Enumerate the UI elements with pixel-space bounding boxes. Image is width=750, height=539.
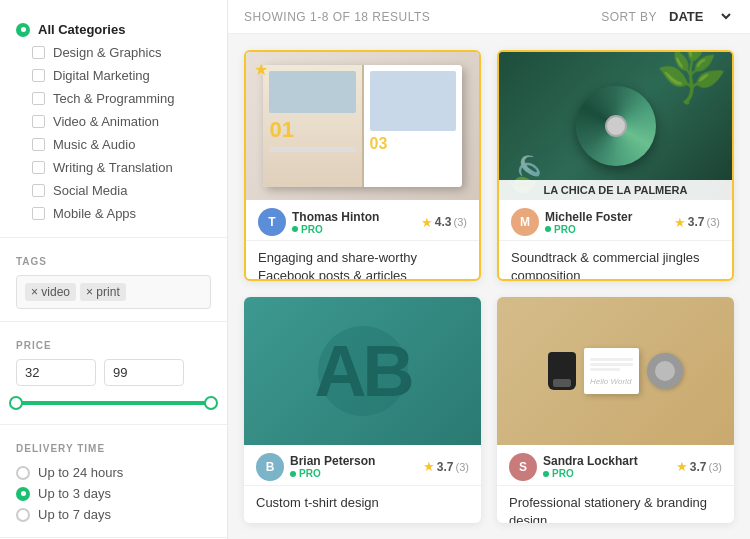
tag-video-label: × video bbox=[31, 285, 70, 299]
category-writing[interactable]: Writing & Translation bbox=[16, 156, 211, 179]
card-4-rating: ★ 3.7 (3) bbox=[676, 459, 722, 474]
card-1-rating-num: 4.3 bbox=[435, 215, 452, 229]
sort-select[interactable]: DATE RATING PRICE bbox=[665, 8, 734, 25]
price-max-input[interactable] bbox=[104, 359, 184, 386]
category-writing-label: Writing & Translation bbox=[53, 160, 173, 175]
cd-center bbox=[605, 115, 627, 137]
tags-title: TAGS bbox=[16, 256, 211, 267]
checkbox-music bbox=[32, 138, 45, 151]
category-mobile[interactable]: Mobile & Apps bbox=[16, 202, 211, 225]
card-4-rating-count: (3) bbox=[709, 461, 722, 473]
price-section: PRICE bbox=[0, 326, 227, 420]
delivery-24h[interactable]: Up to 24 hours bbox=[16, 462, 211, 483]
pro-dot-2 bbox=[545, 226, 551, 232]
card-4-title: Professional stationery & branding desig… bbox=[509, 494, 722, 524]
price-title: PRICE bbox=[16, 340, 211, 351]
card-1-seller: T Thomas Hinton PRO ★ 4.3 (3) bbox=[246, 200, 479, 241]
card-4-seller-name: Sandra Lockhart bbox=[543, 454, 638, 468]
delivery-3days[interactable]: Up to 3 days bbox=[16, 483, 211, 504]
card-1-pro-label: PRO bbox=[301, 224, 323, 235]
card-2-seller-name: Michelle Foster bbox=[545, 210, 632, 224]
delivery-7days[interactable]: Up to 7 days bbox=[16, 504, 211, 525]
radio-all bbox=[16, 23, 30, 37]
checkbox-design bbox=[32, 46, 45, 59]
card-2-pro-label: PRO bbox=[554, 224, 576, 235]
delivery-3days-label: Up to 3 days bbox=[38, 486, 111, 501]
card-4-avatar: S bbox=[509, 453, 537, 481]
category-social[interactable]: Social Media bbox=[16, 179, 211, 202]
card-3-star-icon: ★ bbox=[423, 459, 435, 474]
main-content: SHOWING 1-8 OF 18 RESULTS SORT BY DATE R… bbox=[228, 0, 750, 539]
delivery-7days-label: Up to 7 days bbox=[38, 507, 111, 522]
leaf-icon: 🌿 bbox=[650, 52, 732, 112]
tag-print[interactable]: × print bbox=[80, 283, 126, 301]
card-1-pro-badge: PRO bbox=[292, 224, 379, 235]
card-4-seller: S Sandra Lockhart PRO ★ 3.7 (3) bbox=[497, 445, 734, 486]
tags-container: × video × print bbox=[16, 275, 211, 309]
delivery-title: DELIVERY TIME bbox=[16, 443, 211, 454]
category-digital[interactable]: Digital Marketing bbox=[16, 64, 211, 87]
card-2-title: Soundtrack & commercial jingles composit… bbox=[511, 249, 720, 281]
card-3-pro-badge: PRO bbox=[290, 468, 375, 479]
slider-thumb-max[interactable] bbox=[204, 396, 218, 410]
tags-section: TAGS × video × print bbox=[0, 242, 227, 317]
category-music-label: Music & Audio bbox=[53, 137, 135, 152]
card-1[interactable]: ★ 01 03 T bbox=[244, 50, 481, 281]
slider-thumb-min[interactable] bbox=[9, 396, 23, 410]
tshirt-overlay bbox=[244, 297, 481, 445]
checkbox-digital bbox=[32, 69, 45, 82]
pro-dot-4 bbox=[543, 471, 549, 477]
card-1-seller-details: Thomas Hinton PRO bbox=[292, 210, 379, 235]
card-1-title: Engaging and share-worthy Facebook posts… bbox=[258, 249, 467, 281]
card-2-image: ★ 🌿 🍃 LA CHICA DE LA PALMERA bbox=[499, 52, 732, 200]
card-3-seller-name: Brian Peterson bbox=[290, 454, 375, 468]
checkbox-social bbox=[32, 184, 45, 197]
tape-roll-icon bbox=[647, 353, 683, 389]
checkbox-video bbox=[32, 115, 45, 128]
categories-section: All Categories Design & Graphics Digital… bbox=[0, 10, 227, 233]
card-1-avatar: T bbox=[258, 208, 286, 236]
cd-disc bbox=[576, 86, 656, 166]
category-design[interactable]: Design & Graphics bbox=[16, 41, 211, 64]
card-2-rating-count: (3) bbox=[707, 216, 720, 228]
card-3-seller: B Brian Peterson PRO ★ 3.7 (3) bbox=[244, 445, 481, 486]
delivery-section: DELIVERY TIME Up to 24 hours Up to 3 day… bbox=[0, 429, 227, 533]
tag-video[interactable]: × video bbox=[25, 283, 76, 301]
card-1-star-icon: ★ bbox=[421, 215, 433, 230]
card-4[interactable]: Hello World S Sandra Lockhart PRO bbox=[497, 297, 734, 524]
card-3[interactable]: AB B Brian Peterson PRO bbox=[244, 297, 481, 524]
card-3-seller-details: Brian Peterson PRO bbox=[290, 454, 375, 479]
card-3-rating-num: 3.7 bbox=[437, 460, 454, 474]
price-slider[interactable] bbox=[16, 394, 211, 412]
cd-label: LA CHICA DE LA PALMERA bbox=[499, 180, 732, 200]
card-2-star-icon: ★ bbox=[674, 215, 686, 230]
category-video-label: Video & Animation bbox=[53, 114, 159, 129]
card-4-rating-num: 3.7 bbox=[690, 460, 707, 474]
card-1-rating: ★ 4.3 (3) bbox=[421, 215, 467, 230]
category-video[interactable]: Video & Animation bbox=[16, 110, 211, 133]
card-3-body: Custom t-shirt design bbox=[244, 486, 481, 524]
card-2[interactable]: ★ 🌿 🍃 LA CHICA DE LA PALMERA M bbox=[497, 50, 734, 281]
seller-info-2: M Michelle Foster PRO bbox=[511, 208, 632, 236]
card-4-star-icon: ★ bbox=[676, 459, 688, 474]
card-3-rating-count: (3) bbox=[456, 461, 469, 473]
radio-24h bbox=[16, 466, 30, 480]
stamp-icon bbox=[548, 352, 576, 390]
checkbox-mobile bbox=[32, 207, 45, 220]
price-min-input[interactable] bbox=[16, 359, 96, 386]
card-1-body: Engaging and share-worthy Facebook posts… bbox=[246, 241, 479, 281]
category-all[interactable]: All Categories bbox=[16, 18, 211, 41]
paper-icon: Hello World bbox=[584, 348, 639, 394]
pro-dot-1 bbox=[292, 226, 298, 232]
category-music[interactable]: Music & Audio bbox=[16, 133, 211, 156]
card-2-seller: M Michelle Foster PRO ★ 3.7 (3) bbox=[499, 200, 732, 241]
radio-3days bbox=[16, 487, 30, 501]
cards-grid: ★ 01 03 T bbox=[228, 34, 750, 539]
main-header: SHOWING 1-8 OF 18 RESULTS SORT BY DATE R… bbox=[228, 0, 750, 34]
card-4-pro-label: PRO bbox=[552, 468, 574, 479]
book-illustration: 01 03 bbox=[263, 65, 461, 186]
card-2-seller-details: Michelle Foster PRO bbox=[545, 210, 632, 235]
sort-row: SORT BY DATE RATING PRICE bbox=[601, 8, 734, 25]
seller-info-1: T Thomas Hinton PRO bbox=[258, 208, 379, 236]
category-tech[interactable]: Tech & Programming bbox=[16, 87, 211, 110]
